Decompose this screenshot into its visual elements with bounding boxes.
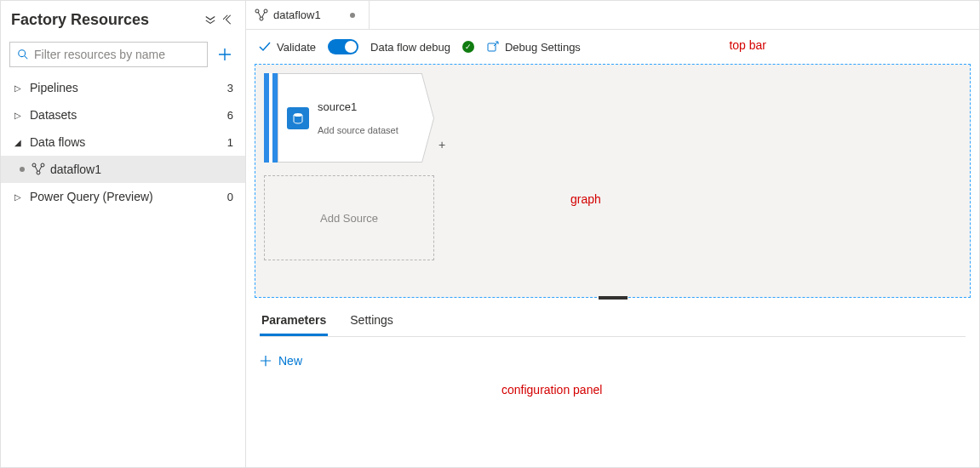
settings-launch-icon bbox=[486, 40, 500, 54]
debug-toggle-label: Data flow debug bbox=[370, 41, 450, 54]
add-step-button[interactable]: + bbox=[438, 138, 445, 151]
toolbar: Validate Data flow debug ✓ Debug Setting… bbox=[246, 30, 979, 64]
chevron-right-icon: ▷ bbox=[13, 83, 23, 93]
search-icon bbox=[17, 49, 29, 60]
tree-count: 3 bbox=[227, 82, 233, 94]
svg-point-0 bbox=[19, 50, 26, 57]
sidebar-header: Factory Resources bbox=[1, 1, 245, 38]
svg-point-4 bbox=[37, 171, 40, 174]
dirty-dot-icon bbox=[20, 167, 25, 172]
annotation-topbar: top bar bbox=[729, 38, 766, 52]
search-input[interactable] bbox=[34, 48, 200, 61]
tab-settings[interactable]: Settings bbox=[348, 306, 395, 336]
plus-icon bbox=[260, 355, 272, 367]
tree-item-powerquery[interactable]: ▷ Power Query (Preview) 0 bbox=[1, 183, 245, 210]
source-node[interactable]: source1 Add source dataset bbox=[264, 73, 422, 163]
collapse-sidebar-icon[interactable] bbox=[223, 14, 235, 26]
configuration-panel: Parameters Settings New configuration pa… bbox=[246, 298, 979, 376]
tree-label: Pipelines bbox=[30, 81, 227, 94]
tree-label: Data flows bbox=[30, 135, 227, 149]
tab-parameters[interactable]: Parameters bbox=[260, 306, 328, 336]
resource-tree: ▷ Pipelines 3 ▷ Datasets 6 ◢ Data flows … bbox=[1, 74, 245, 210]
source-node-body[interactable]: source1 Add source dataset bbox=[278, 73, 422, 163]
tree-label: Datasets bbox=[30, 108, 227, 122]
database-icon bbox=[287, 107, 309, 129]
add-source-placeholder[interactable]: Add Source bbox=[264, 175, 434, 260]
debug-settings-button[interactable]: Debug Settings bbox=[486, 40, 581, 54]
config-tabstrip: Parameters Settings bbox=[260, 306, 966, 337]
tree-child-label: dataflow1 bbox=[50, 163, 101, 176]
status-ok-icon: ✓ bbox=[462, 41, 474, 53]
svg-line-1 bbox=[25, 56, 28, 60]
editor-tab-dataflow1[interactable]: dataflow1 bbox=[246, 1, 370, 29]
tree-count: 0 bbox=[227, 191, 233, 203]
tree-item-pipelines[interactable]: ▷ Pipelines 3 bbox=[1, 74, 245, 101]
annotation-graph: graph bbox=[570, 192, 601, 206]
chevron-down-icon: ◢ bbox=[13, 138, 23, 147]
source-subtitle: Add source dataset bbox=[318, 125, 398, 135]
collapse-double-icon[interactable] bbox=[204, 14, 216, 26]
chevron-right-icon: ▷ bbox=[13, 111, 23, 120]
tree-label: Power Query (Preview) bbox=[30, 190, 227, 203]
graph-canvas[interactable]: source1 Add source dataset + Add Source … bbox=[255, 64, 971, 298]
dataflow-icon bbox=[255, 9, 268, 22]
annotation-config: configuration panel bbox=[501, 383, 602, 397]
tree-child-dataflow1[interactable]: dataflow1 bbox=[1, 156, 245, 183]
tree-item-datasets[interactable]: ▷ Datasets 6 bbox=[1, 101, 245, 128]
main: dataflow1 Validate Data flow debug ✓ Deb… bbox=[246, 1, 979, 467]
dataflow-debug-toggle[interactable] bbox=[328, 39, 358, 54]
sidebar-title: Factory Resources bbox=[11, 11, 198, 29]
dataflow-icon bbox=[32, 163, 45, 176]
editor-tabstrip: dataflow1 bbox=[246, 1, 979, 30]
tree-count: 6 bbox=[227, 109, 233, 122]
tree-item-dataflows[interactable]: ◢ Data flows 1 bbox=[1, 128, 245, 156]
source-name: source1 bbox=[318, 100, 398, 113]
add-resource-button[interactable] bbox=[213, 43, 237, 66]
new-parameter-button[interactable]: New bbox=[260, 354, 966, 368]
svg-point-7 bbox=[260, 17, 263, 20]
check-icon bbox=[258, 40, 272, 54]
chevron-right-icon: ▷ bbox=[13, 192, 23, 202]
svg-rect-8 bbox=[488, 43, 496, 51]
tab-title: dataflow1 bbox=[273, 9, 321, 21]
svg-point-9 bbox=[294, 113, 302, 117]
dirty-dot-icon bbox=[350, 13, 355, 18]
validate-button[interactable]: Validate bbox=[258, 40, 316, 54]
search-input-wrapper[interactable] bbox=[9, 42, 208, 67]
sidebar: Factory Resources ▷ Pipelines 3 bbox=[1, 1, 246, 467]
tree-count: 1 bbox=[227, 136, 233, 149]
